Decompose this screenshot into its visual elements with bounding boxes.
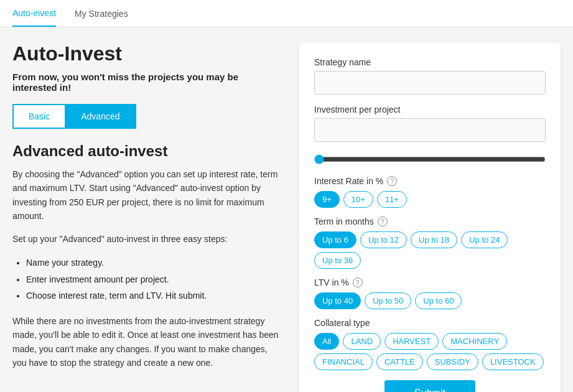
strategy-form: Strategy name Investment per project 250…	[299, 42, 561, 392]
interest-rate-section-label: Interest Rate in % ?	[314, 176, 546, 186]
ltv-label-text: LTV in %	[314, 278, 349, 287]
collateral-tag-all[interactable]: All	[314, 333, 339, 350]
collateral-tag-machinery[interactable]: MACHINERY	[442, 333, 507, 350]
term-tag-18[interactable]: Up to 18	[411, 231, 457, 248]
term-tags: Up to 6 Up to 12 Up to 18 Up to 24 Up to…	[314, 231, 546, 269]
interest-rate-tag-11[interactable]: 11+	[377, 191, 407, 208]
step-2: Enter investment amount per project.	[26, 271, 281, 288]
investment-slider[interactable]	[314, 154, 546, 164]
mode-toggle: Basic Advanced	[12, 104, 281, 129]
step-3: Choose interest rate, term and LTV. Hit …	[26, 287, 281, 304]
page-subtitle: From now, you won't miss the projects yo…	[12, 72, 281, 93]
collateral-label-text: Collateral type	[314, 318, 370, 328]
main-content: Auto-Invest From now, you won't miss the…	[0, 27, 573, 392]
ltv-section-label: LTV in % ?	[314, 278, 546, 287]
description-1: By choosing the "Advanced" option you ca…	[12, 167, 281, 223]
basic-mode-button[interactable]: Basic	[12, 104, 65, 129]
term-section-label: Term in months ?	[314, 217, 546, 226]
step-1: Name your strategy.	[26, 254, 281, 271]
collateral-tags: All LAND HARVEST MACHINERY FINANCIAL CAT…	[314, 333, 546, 370]
term-label-text: Term in months	[314, 217, 374, 226]
collateral-tag-subsidy[interactable]: SUBSIDY	[427, 353, 478, 370]
term-tag-24[interactable]: Up to 24	[461, 231, 508, 248]
term-tag-12[interactable]: Up to 12	[360, 231, 407, 248]
interest-rate-tags: 9+ 10+ 11+	[314, 191, 546, 208]
submit-button[interactable]: Submit	[384, 380, 475, 392]
collateral-tag-financial[interactable]: FINANCIAL	[314, 353, 373, 370]
investment-label: Investment per project	[314, 105, 546, 114]
section-title: Advanced auto-invest	[12, 142, 281, 160]
collateral-tag-land[interactable]: LAND	[343, 333, 381, 350]
nav-my-strategies[interactable]: My Strategies	[75, 1, 128, 26]
interest-rate-tag-9[interactable]: 9+	[314, 191, 340, 208]
ltv-tag-40[interactable]: Up to 40	[314, 292, 361, 309]
collateral-section-label: Collateral type	[314, 318, 546, 328]
description-2: Set up your "Advanced" auto-invest in th…	[12, 232, 281, 246]
ltv-tag-50[interactable]: Up to 50	[365, 292, 411, 309]
top-nav: Auto-invest My Strategies	[0, 0, 573, 27]
nav-auto-invest[interactable]: Auto-invest	[12, 1, 56, 27]
investment-slider-container	[314, 152, 546, 166]
term-tag-36[interactable]: Up to 36	[314, 252, 361, 269]
warning-text: While there are no investments from the …	[12, 314, 281, 370]
ltv-help-icon[interactable]: ?	[353, 278, 363, 287]
left-panel: Auto-Invest From now, you won't miss the…	[12, 42, 281, 370]
interest-rate-help-icon[interactable]: ?	[387, 176, 397, 186]
interest-rate-label-text: Interest Rate in %	[314, 176, 383, 186]
collateral-tag-harvest[interactable]: HARVEST	[384, 333, 439, 350]
page-title: Auto-Invest	[12, 42, 281, 65]
term-help-icon[interactable]: ?	[378, 217, 388, 226]
advanced-mode-button[interactable]: Advanced	[65, 104, 136, 129]
ltv-tag-60[interactable]: Up to 60	[415, 292, 462, 309]
term-tag-6[interactable]: Up to 6	[314, 231, 356, 248]
steps-list: Name your strategy. Enter investment amo…	[12, 254, 281, 304]
investment-input[interactable]: 250	[314, 118, 546, 142]
collateral-tag-cattle[interactable]: CATTLE	[376, 353, 423, 370]
submit-row: Submit	[314, 380, 546, 392]
ltv-tags: Up to 40 Up to 50 Up to 60	[314, 292, 546, 309]
interest-rate-tag-10[interactable]: 10+	[343, 191, 373, 208]
collateral-tag-livestock[interactable]: LIVESTOCK	[482, 353, 544, 370]
strategy-name-input[interactable]	[314, 71, 546, 95]
strategy-name-label: Strategy name	[314, 57, 546, 67]
